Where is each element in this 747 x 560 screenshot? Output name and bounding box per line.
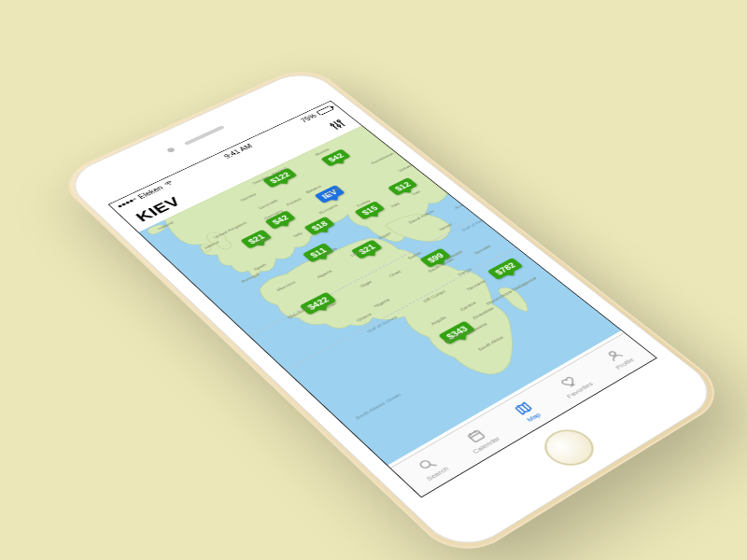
svg-point-3 [337,125,341,128]
svg-rect-8 [468,430,485,442]
svg-line-9 [471,432,480,438]
favorites-icon [557,372,583,390]
country-label: Ghana [356,313,373,323]
tab-label: Calendar [471,435,501,455]
country-label: Niger [359,280,374,288]
wifi-icon [162,180,175,188]
svg-line-7 [430,463,436,467]
phone-speaker [184,125,225,146]
tab-label: Favorites [565,381,595,400]
svg-line-12 [518,406,525,412]
country-label: Mauritania [287,305,312,319]
country-label: Tanzania [466,279,486,291]
country-label: Zambia [458,301,476,312]
country-label: Botswana [465,322,488,336]
country-label: Zimbabwe [472,306,495,320]
tab-profile[interactable]: Profile [580,333,655,385]
svg-line-13 [522,405,529,411]
tab-bar: SearchCalendarMapFavoritesProfile [390,332,655,497]
tab-map[interactable]: Map [488,385,566,439]
svg-line-11 [474,431,476,433]
country-label: Namibia [444,332,463,344]
price-pin[interactable]: $422 [299,291,337,315]
tab-label: Profile [613,357,636,371]
tab-search[interactable]: Search [391,440,472,497]
country-label: DR Congo [422,289,446,303]
tab-label: Map [525,412,543,424]
svg-point-5 [337,119,341,122]
country-label: Mali [326,301,338,309]
price-pin[interactable]: $343 [438,320,476,344]
country-label: Nigeria [373,298,390,308]
calendar-icon [463,427,489,445]
tab-calendar[interactable]: Calendar [441,412,519,467]
phone-device: Eleken 9:41 AM 75% KIEV [53,63,734,560]
tab-label: Search [425,465,451,483]
phone-bezel: Eleken 9:41 AM 75% KIEV [60,66,726,557]
sea-label: Gulf of Guinea [366,315,399,333]
country-label: Mozambique [486,289,514,306]
phone-camera [166,147,176,153]
tab-favorites[interactable]: Favorites [535,358,612,411]
country-label: Morocco [275,280,296,292]
svg-line-10 [470,433,472,435]
filter-icon[interactable] [327,118,348,131]
svg-point-14 [608,351,616,357]
search-icon [415,455,441,473]
svg-point-6 [418,459,431,469]
home-button[interactable] [534,423,603,473]
country-label: Angola [430,315,447,326]
map-icon [511,399,536,417]
country-label: South Africa [477,335,505,352]
sea-label: South Atlantic Ocean [354,392,402,420]
app-screen: Eleken 9:41 AM 75% KIEV [108,101,657,498]
profile-icon [602,347,627,364]
svg-point-1 [331,124,334,127]
